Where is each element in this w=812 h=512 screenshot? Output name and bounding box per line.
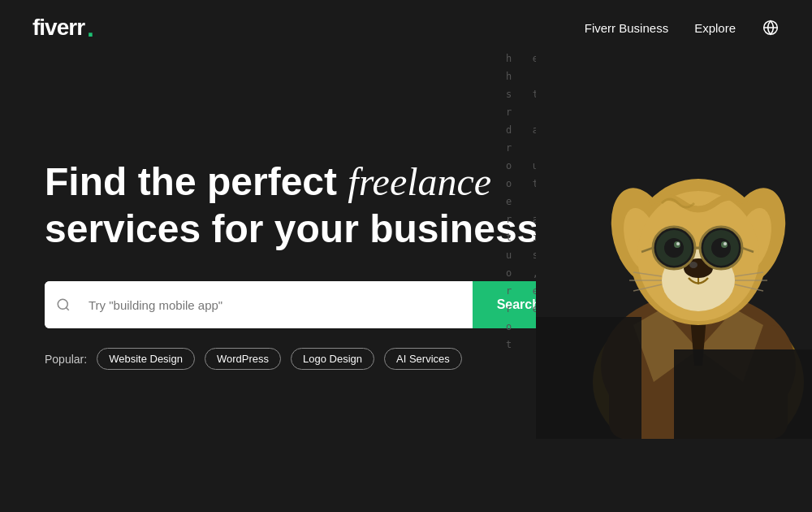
- globe-icon[interactable]: [762, 19, 780, 37]
- logo-dot: .: [87, 15, 94, 41]
- svg-line-3: [66, 308, 68, 310]
- popular-tag-ai-services[interactable]: AI Services: [384, 348, 462, 370]
- search-icon: [45, 281, 82, 328]
- hero-title-italic: freelance: [348, 160, 491, 203]
- logo-text: fiverr: [32, 15, 84, 41]
- nav-fiverr-business[interactable]: Fiverr Business: [585, 21, 668, 35]
- popular-tag-logo-design[interactable]: Logo Design: [291, 348, 374, 370]
- right-decoration: t h e w o r c h a n g i n a s t f r e e …: [503, 0, 812, 512]
- hero-title-part1: Find the perfect: [45, 160, 348, 203]
- dog-illustration: [536, 41, 812, 439]
- popular-tag-wordpress[interactable]: WordPress: [205, 348, 281, 370]
- svg-point-27: [664, 238, 684, 258]
- svg-point-28: [711, 238, 731, 258]
- navigation: Fiverr Business Explore: [585, 19, 780, 37]
- header: fiverr. Fiverr Business Explore: [0, 0, 812, 55]
- svg-rect-40: [674, 349, 812, 439]
- popular-label: Popular:: [45, 353, 87, 366]
- nav-explore[interactable]: Explore: [694, 21, 736, 35]
- search-input[interactable]: [82, 281, 473, 328]
- logo[interactable]: fiverr.: [32, 15, 94, 41]
- svg-point-32: [723, 242, 727, 245]
- popular-tag-website-design[interactable]: Website Design: [97, 348, 195, 370]
- search-bar: Search: [45, 281, 564, 328]
- svg-point-2: [58, 299, 67, 309]
- hero-title-part2: services for your business: [45, 207, 538, 250]
- svg-rect-39: [536, 317, 641, 439]
- svg-point-31: [676, 242, 680, 245]
